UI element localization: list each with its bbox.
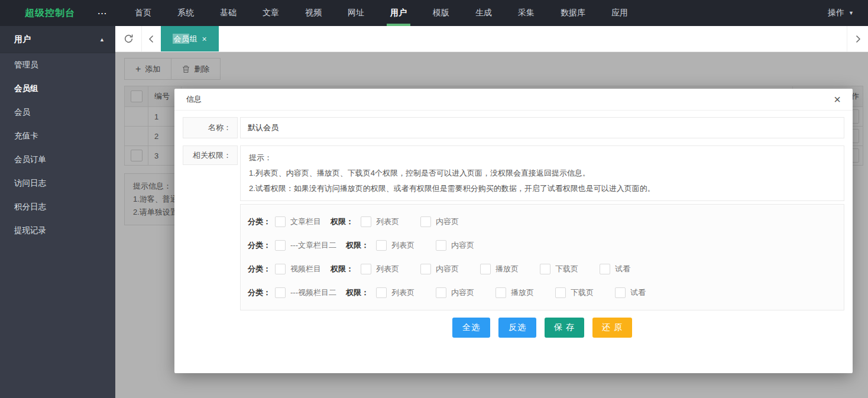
- nav-menu: 首页 系统 基础 文章 视频 网址 用户 模版 生成 采集 数据库 应用: [122, 0, 641, 26]
- category-label: 分类：: [248, 216, 271, 227]
- nav-item-template[interactable]: 模版: [420, 0, 462, 26]
- perm-checkbox[interactable]: [540, 264, 550, 274]
- tab-label-rest-text: 组: [189, 34, 197, 43]
- modal-header: 信息 ×: [174, 89, 853, 111]
- perm-checkbox[interactable]: [615, 287, 626, 298]
- perm-option: 列表页: [369, 287, 414, 298]
- perm-option: 播放页: [473, 264, 519, 274]
- sidebar-item-visit-log[interactable]: 访问日志: [0, 172, 115, 195]
- perm-label: 列表页: [391, 287, 414, 298]
- category-row-video: 分类： 视频栏目 权限： 列表页 内容页: [248, 257, 837, 281]
- perm-label: 内容页: [436, 216, 459, 227]
- close-icon[interactable]: ×: [834, 93, 841, 105]
- tab-back-button[interactable]: [142, 26, 161, 51]
- name-input[interactable]: [240, 117, 844, 138]
- perm-checkbox[interactable]: [420, 216, 431, 227]
- nav-more-icon[interactable]: ⋯: [89, 0, 116, 26]
- category-row-article: 分类： 文章栏目 权限： 列表页 内容页: [248, 210, 837, 234]
- perm-label: 内容页: [451, 287, 474, 298]
- perm-checkbox[interactable]: [376, 287, 387, 298]
- tab-forward-button[interactable]: [847, 26, 868, 51]
- sidebar-group-label: 用户: [14, 34, 31, 45]
- chevron-right-icon: [853, 34, 863, 44]
- nav-item-collect[interactable]: 采集: [505, 0, 548, 26]
- perm-group-label: 权限：: [346, 240, 369, 251]
- tab-member-group[interactable]: 会员组 ×: [161, 26, 219, 51]
- refresh-icon: [123, 33, 134, 44]
- modal-title: 信息: [186, 94, 202, 105]
- perm-checkbox[interactable]: [436, 287, 446, 298]
- category-checkbox[interactable]: [275, 287, 286, 298]
- perm-label: 列表页: [376, 264, 399, 274]
- perm-checkbox[interactable]: [600, 264, 610, 274]
- tab-label-selected-text: 会员: [173, 34, 189, 44]
- perm-checkbox[interactable]: [555, 287, 566, 298]
- category-row-article-sub: 分类： ---文章栏目二 权限： 列表页 内容页: [248, 234, 837, 257]
- tip-line: 2.试看权限：如果没有访问播放页的权限、或者有权限但是需要积分购买的数据，开启了…: [249, 181, 835, 196]
- category-name: 视频栏目: [290, 264, 321, 274]
- nav-item-user[interactable]: 用户: [377, 0, 420, 26]
- perm-checkbox[interactable]: [361, 216, 371, 227]
- sidebar-item-member-group[interactable]: 会员组: [0, 77, 115, 101]
- nav-item-generate[interactable]: 生成: [462, 0, 505, 26]
- category-name: ---视频栏目二: [290, 287, 336, 298]
- perm-checkbox[interactable]: [361, 264, 371, 274]
- perm-label: 列表页: [376, 216, 399, 227]
- perm-label: 试看: [615, 264, 630, 274]
- sidebar-item-points-log[interactable]: 积分日志: [0, 195, 115, 219]
- category-permissions-box: 分类： 文章栏目 权限： 列表页 内容页: [240, 204, 844, 310]
- nav-item-url[interactable]: 网址: [335, 0, 377, 26]
- sidebar-item-admin[interactable]: 管理员: [0, 53, 115, 77]
- name-field-label: 名称：: [183, 117, 238, 138]
- permissions-field-label: 相关权限：: [183, 145, 238, 165]
- perm-option: 播放页: [488, 287, 534, 298]
- permissions-column: 提示： 1.列表页、内容页、播放页、下载页4个权限，控制是否可以进入页面，没权限…: [240, 145, 844, 338]
- save-button[interactable]: 保 存: [545, 318, 584, 338]
- restore-button[interactable]: 还 原: [592, 318, 632, 338]
- sidebar-item-member-order[interactable]: 会员订单: [0, 148, 115, 172]
- perm-label: 播放页: [495, 264, 519, 274]
- nav-item-database[interactable]: 数据库: [548, 0, 598, 26]
- perm-option: 内容页: [413, 264, 459, 274]
- category-checkbox[interactable]: [275, 216, 286, 227]
- info-modal: 信息 × 名称： 相关权限： 提示： 1.列表页、内容页、播放页、下载页4个权限…: [174, 89, 853, 373]
- nav-item-article[interactable]: 文章: [250, 0, 292, 26]
- select-all-button[interactable]: 全选: [452, 318, 490, 338]
- sidebar-item-recharge-card[interactable]: 充值卡: [0, 124, 115, 148]
- sidebar-item-member[interactable]: 会员: [0, 101, 115, 124]
- perm-checkbox[interactable]: [376, 240, 387, 251]
- perm-option: 列表页: [354, 264, 399, 274]
- perm-option: 内容页: [429, 287, 474, 298]
- nav-item-app[interactable]: 应用: [598, 0, 641, 26]
- tab-close-icon[interactable]: ×: [202, 34, 206, 44]
- perm-checkbox[interactable]: [420, 264, 431, 274]
- nav-item-home[interactable]: 首页: [122, 0, 164, 26]
- sidebar-group-user[interactable]: 用户 ▲: [0, 26, 115, 53]
- top-nav: 超级控制台 ⋯ 首页 系统 基础 文章 视频 网址 用户 模版 生成 采集 数据…: [0, 0, 868, 26]
- sidebar-item-withdraw-record[interactable]: 提现记录: [0, 219, 115, 242]
- perm-option: 下载页: [533, 264, 578, 274]
- sidebar: 用户 ▲ 管理员 会员组 会员 充值卡 会员订单 访问日志 积分日志 提现记录: [0, 26, 115, 398]
- category-checkbox[interactable]: [275, 240, 286, 251]
- perm-label: 下载页: [571, 287, 594, 298]
- nav-action-dropdown[interactable]: 操作 ▼: [828, 0, 868, 26]
- perm-checkbox[interactable]: [436, 240, 446, 251]
- refresh-button[interactable]: [115, 26, 142, 51]
- perm-group-label: 权限：: [331, 216, 354, 227]
- category-name: 文章栏目: [290, 216, 321, 227]
- invert-selection-button[interactable]: 反选: [498, 318, 536, 338]
- nav-item-system[interactable]: 系统: [164, 0, 207, 26]
- perm-label: 播放页: [511, 287, 534, 298]
- category-checkbox[interactable]: [275, 264, 286, 274]
- permissions-field-row: 相关权限： 提示： 1.列表页、内容页、播放页、下载页4个权限，控制是否可以进入…: [183, 145, 844, 338]
- perm-checkbox[interactable]: [480, 264, 491, 274]
- category-row-video-sub: 分类： ---视频栏目二 权限： 列表页 内容页: [248, 281, 837, 305]
- nav-item-base[interactable]: 基础: [207, 0, 250, 26]
- nav-item-video[interactable]: 视频: [292, 0, 335, 26]
- chevron-left-icon: [147, 34, 156, 44]
- perm-label: 内容页: [436, 264, 459, 274]
- perm-option: 列表页: [369, 240, 414, 251]
- category-label: 分类：: [248, 264, 271, 274]
- perm-checkbox[interactable]: [495, 287, 506, 298]
- perm-option: 试看: [592, 264, 630, 274]
